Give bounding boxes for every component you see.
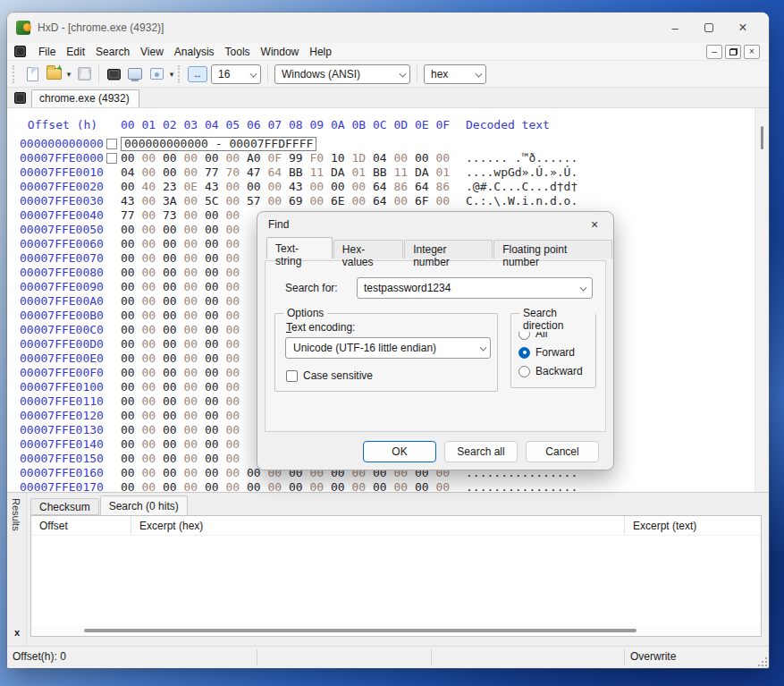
hex-byte[interactable]: 00: [226, 208, 248, 223]
hex-byte[interactable]: 00: [121, 237, 142, 251]
hex-byte[interactable]: 00: [184, 294, 206, 309]
hex-byte[interactable]: 00: [205, 437, 226, 452]
tab-hex-values[interactable]: Hex-values: [333, 240, 403, 258]
hex-byte[interactable]: 00: [310, 194, 332, 208]
hex-byte[interactable]: 00: [142, 423, 164, 437]
tools-button[interactable]: [146, 64, 167, 85]
hex-byte[interactable]: 00: [268, 480, 290, 492]
hex-byte[interactable]: 3A: [163, 194, 184, 208]
menu-file[interactable]: File: [33, 44, 61, 60]
hex-byte[interactable]: 23: [163, 180, 184, 194]
hex-byte[interactable]: 00: [163, 294, 184, 309]
hex-byte[interactable]: 00: [184, 480, 206, 492]
hex-byte[interactable]: 00: [163, 423, 184, 437]
case-sensitive-option[interactable]: Case sensitive: [286, 369, 373, 382]
search-input[interactable]: [358, 282, 574, 294]
hex-byte[interactable]: 00: [184, 151, 206, 165]
hex-byte[interactable]: 00: [184, 337, 206, 351]
hex-byte[interactable]: 00: [142, 366, 164, 380]
hex-byte[interactable]: 00: [163, 452, 184, 466]
hex-byte[interactable]: 00: [163, 165, 184, 180]
hex-byte[interactable]: 00: [184, 266, 206, 280]
hex-byte[interactable]: 00: [142, 380, 164, 394]
hex-byte[interactable]: 00: [205, 223, 226, 237]
hex-byte[interactable]: 00: [163, 380, 184, 394]
hex-byte[interactable]: 00: [226, 194, 248, 208]
hex-byte[interactable]: 43: [205, 180, 226, 194]
hex-byte[interactable]: 00: [142, 165, 164, 180]
hex-byte[interactable]: 00: [142, 452, 164, 466]
hex-byte[interactable]: 00: [121, 337, 142, 351]
hex-byte[interactable]: 00: [226, 452, 248, 466]
hex-byte[interactable]: 00: [268, 180, 290, 194]
hex-byte[interactable]: 77: [205, 165, 226, 180]
hex-byte[interactable]: 00: [205, 309, 226, 323]
menu-tools[interactable]: Tools: [220, 44, 256, 60]
hex-byte[interactable]: 00: [163, 337, 184, 351]
cancel-button[interactable]: Cancel: [526, 441, 599, 462]
hex-byte[interactable]: 11: [310, 165, 332, 180]
hex-byte[interactable]: 00: [415, 480, 436, 492]
hex-byte[interactable]: A0: [247, 151, 268, 165]
hex-byte[interactable]: 00: [436, 151, 458, 165]
menu-analysis[interactable]: Analysis: [169, 44, 220, 60]
hex-byte[interactable]: 64: [373, 194, 394, 208]
hex-byte[interactable]: 6E: [331, 194, 352, 208]
tab-text-string[interactable]: Text-string: [266, 237, 333, 258]
hex-byte[interactable]: 64: [268, 165, 290, 180]
menu-help[interactable]: Help: [304, 44, 337, 60]
hex-byte[interactable]: 00: [436, 480, 458, 492]
titlebar[interactable]: HxD - [chrome.exe (4932)] – ×: [7, 13, 769, 43]
hex-byte[interactable]: 04: [373, 151, 394, 165]
hex-byte[interactable]: 73: [163, 208, 184, 223]
find-close-icon[interactable]: ×: [581, 215, 608, 234]
hex-byte[interactable]: 00: [205, 280, 226, 294]
hex-byte[interactable]: 57: [247, 194, 268, 208]
tab-integer-number[interactable]: Integer number: [404, 240, 493, 258]
hex-byte[interactable]: 00: [205, 337, 226, 351]
find-dialog-titlebar[interactable]: Find ×: [257, 212, 613, 237]
hex-byte[interactable]: 00: [205, 480, 226, 492]
hex-byte[interactable]: 10: [331, 151, 352, 165]
hex-byte[interactable]: 00: [121, 466, 142, 480]
hex-byte[interactable]: 00: [121, 437, 142, 452]
hex-byte[interactable]: 00: [121, 351, 142, 366]
hex-byte[interactable]: 00: [121, 394, 142, 409]
hex-byte[interactable]: 00: [184, 323, 206, 337]
hex-byte[interactable]: 5C: [205, 194, 226, 208]
hex-byte[interactable]: 00: [142, 223, 164, 237]
tab-floating-point-number[interactable]: Floating point number: [493, 240, 612, 258]
hex-byte[interactable]: F0: [310, 151, 332, 165]
hex-byte[interactable]: 00: [184, 237, 206, 251]
search-combobox[interactable]: [357, 277, 593, 299]
hex-byte[interactable]: 00: [142, 151, 164, 165]
hex-byte[interactable]: 00: [142, 251, 164, 266]
hex-byte[interactable]: 00: [310, 480, 332, 492]
hex-byte[interactable]: 00: [226, 466, 248, 480]
hex-byte[interactable]: 00: [163, 366, 184, 380]
hex-byte[interactable]: 00: [163, 280, 184, 294]
hex-byte[interactable]: 00: [184, 466, 206, 480]
open-file-button[interactable]: [43, 64, 64, 85]
hex-byte[interactable]: 00: [226, 251, 248, 266]
hex-byte[interactable]: 00: [163, 437, 184, 452]
hex-byte[interactable]: 00: [247, 180, 268, 194]
hex-byte[interactable]: 00: [121, 294, 142, 309]
hex-byte[interactable]: 70: [226, 165, 248, 180]
vertical-scrollbar[interactable]: [754, 108, 769, 492]
results-list[interactable]: OffsetExcerpt (hex)Excerpt (text): [30, 515, 762, 637]
hex-byte[interactable]: 00: [184, 409, 206, 423]
hex-byte[interactable]: 00: [289, 480, 310, 492]
hex-byte[interactable]: 00: [121, 423, 142, 437]
hex-byte[interactable]: 00: [121, 380, 142, 394]
hex-byte[interactable]: 00: [226, 237, 248, 251]
hex-byte[interactable]: 00: [142, 409, 164, 423]
hex-byte[interactable]: 00: [184, 437, 206, 452]
hex-byte[interactable]: 00: [163, 266, 184, 280]
hex-byte[interactable]: 69: [289, 194, 310, 208]
hex-byte[interactable]: 00: [184, 194, 206, 208]
hex-byte[interactable]: 00: [205, 151, 226, 165]
chevron-down-icon[interactable]: [579, 284, 586, 292]
hex-byte[interactable]: 00: [184, 452, 206, 466]
mdi-restore-icon[interactable]: [725, 45, 741, 59]
